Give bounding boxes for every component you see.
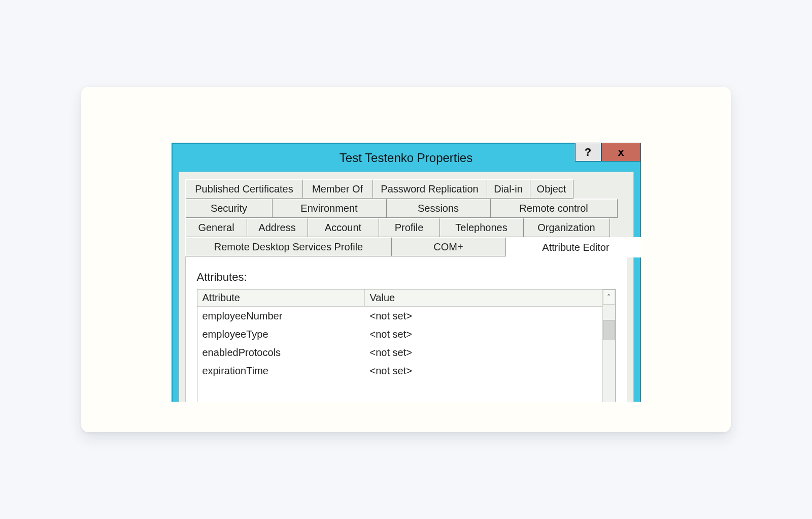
client-area: Published CertificatesMember OfPassword … (179, 172, 634, 402)
tab-row-3: GeneralAddressAccountProfileTelephonesOr… (185, 218, 627, 237)
scroll-up-button[interactable]: ˄ (603, 289, 615, 305)
tab-address[interactable]: Address (247, 218, 308, 237)
scrollbar-thumb[interactable] (603, 320, 615, 340)
outer-card: Test Testenko Properties ? x Published C… (81, 87, 731, 432)
cell-value: <not set> (365, 365, 615, 377)
tab-label: Remote control (519, 203, 588, 214)
vertical-scrollbar[interactable]: ˄ (602, 289, 615, 402)
tab-label: Sessions (418, 203, 459, 214)
tab-password-replication[interactable]: Password Replication (373, 179, 487, 199)
tab-published-certificates[interactable]: Published Certificates (186, 179, 303, 199)
tab-member-of[interactable]: Member Of (303, 179, 373, 199)
tab-label: Account (325, 222, 361, 234)
tab-label: Remote Desktop Services Profile (214, 241, 363, 253)
tab-label: General (198, 222, 234, 234)
listview-header: Attribute Value (197, 289, 615, 307)
tab-row-2: SecurityEnvironmentSessionsRemote contro… (185, 199, 627, 218)
cell-attribute: expirationTime (197, 365, 365, 377)
tab-profile[interactable]: Profile (379, 218, 440, 237)
tab-row-1: Published CertificatesMember OfPassword … (185, 179, 627, 199)
tab-label: Profile (395, 222, 424, 234)
titlebar[interactable]: Test Testenko Properties ? x (173, 144, 640, 172)
tab-label: Dial-in (494, 183, 523, 195)
attributes-label: Attributes: (197, 271, 616, 284)
tab-strip: Published CertificatesMember OfPassword … (179, 172, 633, 256)
tab-label: Object (537, 183, 566, 195)
window-title: Test Testenko Properties (173, 151, 640, 165)
listview-body: employeeNumber<not set>employeeType<not … (197, 307, 615, 380)
table-row[interactable]: employeeType<not set> (197, 325, 615, 343)
tab-remote-desktop-services-profile[interactable]: Remote Desktop Services Profile (186, 237, 392, 256)
help-button[interactable]: ? (575, 143, 601, 161)
cell-attribute: employeeNumber (197, 310, 365, 322)
column-header-value[interactable]: Value (365, 289, 615, 307)
close-icon: x (618, 146, 624, 159)
tab-telephones[interactable]: Telephones (440, 218, 524, 237)
chevron-up-icon: ˄ (607, 293, 611, 301)
tab-row-4: Remote Desktop Services ProfileCOM+Attri… (185, 237, 627, 256)
window-crop: Test Testenko Properties ? x Published C… (172, 143, 641, 402)
tab-label: Environment (300, 203, 357, 214)
tab-label: Member Of (312, 183, 363, 195)
tab-label: Security (211, 203, 247, 214)
help-icon: ? (585, 146, 591, 159)
cell-value: <not set> (365, 347, 615, 359)
tab-content-attribute-editor: Attributes: Attribute Value employeeNumb… (185, 256, 627, 402)
column-header-attribute[interactable]: Attribute (197, 289, 365, 307)
tab-security[interactable]: Security (186, 199, 273, 218)
tab-label: Address (258, 222, 295, 234)
tab-environment[interactable]: Environment (273, 199, 387, 218)
tab-label: Attribute Editor (542, 242, 609, 253)
cell-attribute: enabledProtocols (197, 347, 365, 359)
cell-value: <not set> (365, 310, 615, 322)
tab-label: Telephones (455, 222, 507, 234)
tab-account[interactable]: Account (308, 218, 379, 237)
tab-general[interactable]: General (186, 218, 247, 237)
tab-remote-control[interactable]: Remote control (491, 199, 618, 218)
tab-label: Password Replication (381, 183, 478, 195)
close-button[interactable]: x (601, 143, 641, 161)
cell-attribute: employeeType (197, 329, 365, 340)
tab-dial-in[interactable]: Dial-in (487, 179, 530, 199)
tab-sessions[interactable]: Sessions (387, 199, 491, 218)
tab-organization[interactable]: Organization (524, 218, 610, 237)
tab-com-plus[interactable]: COM+ (392, 237, 506, 256)
tab-attribute-editor[interactable]: Attribute Editor (506, 237, 641, 257)
attributes-listview[interactable]: Attribute Value employeeNumber<not set>e… (197, 289, 616, 402)
properties-window: Test Testenko Properties ? x Published C… (172, 143, 641, 402)
tab-label: Organization (537, 222, 595, 234)
cell-value: <not set> (365, 329, 615, 340)
table-row[interactable]: enabledProtocols<not set> (197, 343, 615, 362)
table-row[interactable]: employeeNumber<not set> (197, 307, 615, 325)
tab-object[interactable]: Object (530, 179, 573, 199)
tab-label: COM+ (433, 241, 463, 253)
tab-label: Published Certificates (195, 183, 293, 195)
titlebar-buttons: ? x (575, 143, 641, 161)
scrollbar-track[interactable] (603, 305, 615, 402)
table-row[interactable]: expirationTime<not set> (197, 362, 615, 380)
